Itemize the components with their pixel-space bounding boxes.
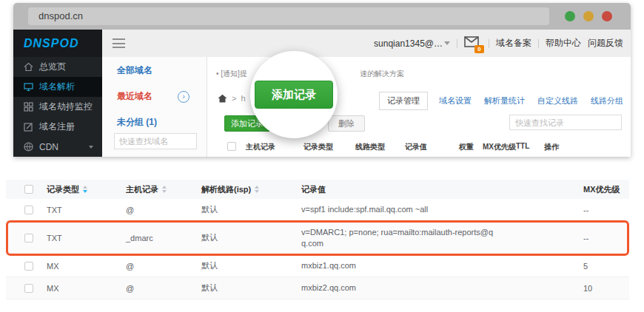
home-icon[interactable] (218, 94, 227, 103)
mail-icon[interactable]: 0 (464, 36, 482, 51)
chevron-down-icon (89, 146, 93, 149)
col-action: 操作 (544, 142, 559, 152)
domain-filter-ungrouped[interactable]: 未分组 (1) (117, 116, 157, 129)
globe-icon (24, 142, 33, 152)
sort-icon[interactable] (255, 186, 259, 193)
notice-text-left: • [通知]提 (216, 69, 247, 79)
col-host: 主机记录 (246, 142, 275, 152)
mail-badge: 0 (474, 45, 484, 53)
header-right: sunqian1345@… 0 域名备案 帮助中心 问题反馈 (374, 30, 623, 57)
user-email: sunqian1345@… (374, 38, 443, 49)
sidebar-item-cdn[interactable]: CDN (13, 137, 102, 157)
sidebar-item-hijack-monitor[interactable]: 域名劫持监控 (13, 97, 102, 117)
notice-text-right: 速的解决方案 (360, 69, 404, 79)
divider (457, 39, 457, 48)
sidebar-item-domain-register[interactable]: 域名注册 (13, 117, 102, 137)
header-mx: MX优先级 (583, 180, 620, 199)
edit-icon (24, 122, 33, 132)
user-menu[interactable]: sunqian1345@… (374, 38, 450, 49)
header-link-beian[interactable]: 域名备案 (496, 37, 531, 50)
logo-block[interactable]: DNSPOD (13, 30, 102, 57)
magnifier-circle: 添加记录 (250, 51, 338, 138)
records-table-header: 记录类型 主机记录 解析线路(isp) 记录值 MX优先级 (6, 180, 629, 199)
tab-bar: 记录管理 域名设置 解析量统计 自定义线路 线路分组 (379, 92, 625, 110)
screenshot-root: dnspod.cn DNSPOD sunqian1345@… (0, 0, 644, 312)
domain-panel: 全部域名 最近域名 › 未分组 (1) (102, 57, 207, 157)
row-checkbox[interactable] (24, 234, 33, 243)
tab-line-groups[interactable]: 线路分组 (589, 92, 625, 109)
grid-icon (24, 102, 33, 112)
delete-button[interactable]: 删除 (328, 115, 365, 132)
sort-icon[interactable] (83, 186, 87, 193)
app-header: DNSPOD sunqian1345@… 0 域名备案 (13, 30, 631, 57)
table-row[interactable]: MX @ 默认 mxbiz2.qq.com 10 (6, 277, 629, 299)
chevron-down-icon (444, 41, 450, 45)
sidebar: 总览页 域名解析 域名劫持监控 (13, 57, 102, 157)
browser-chrome: dnspod.cn (13, 3, 631, 30)
header-link-feedback[interactable]: 问题反馈 (588, 37, 623, 50)
menu-icon[interactable] (113, 38, 125, 48)
traffic-light-red[interactable] (602, 11, 612, 21)
domain-filter-recent[interactable]: 最近域名 (117, 90, 152, 103)
header-link-help[interactable]: 帮助中心 (546, 37, 581, 50)
sidebar-item-dns[interactable]: 域名解析 (13, 77, 102, 97)
domain-filter-all[interactable]: 全部域名 (117, 64, 152, 77)
traffic-light-green[interactable] (565, 11, 575, 21)
select-all-checkbox[interactable] (24, 185, 33, 194)
tab-record-management[interactable]: 记录管理 (379, 92, 428, 110)
circle-arrow-icon[interactable]: › (178, 91, 189, 103)
row-checkbox[interactable] (24, 206, 33, 214)
tab-custom-lines[interactable]: 自定义线路 (536, 92, 580, 109)
dnspod-logo: DNSPOD (13, 37, 78, 50)
sort-icon[interactable] (162, 186, 167, 193)
breadcrumb-domain: h (241, 94, 245, 103)
header-line[interactable]: 解析线路(isp) (201, 180, 259, 199)
header-record-type[interactable]: 记录类型 (47, 180, 87, 199)
tab-domain-settings[interactable]: 域名设置 (437, 92, 473, 109)
col-line: 线路类型 (355, 142, 385, 152)
breadcrumb-separator: > (232, 94, 236, 103)
home-icon (24, 62, 33, 72)
monitor-icon (24, 82, 33, 92)
records-table: 记录类型 主机记录 解析线路(isp) 记录值 MX优先级 TXT @ 默认 v… (6, 180, 629, 299)
divider (489, 39, 489, 48)
tab-resolution-stats[interactable]: 解析量统计 (483, 92, 526, 109)
col-mx: MX优先级 (483, 142, 516, 152)
col-weight: 权重 (459, 142, 474, 152)
row-checkbox[interactable] (24, 262, 33, 271)
col-ttl: TTL (516, 142, 529, 150)
breadcrumb: > h (218, 94, 246, 103)
col-type: 记录类型 (303, 142, 333, 152)
add-record-button-zoomed[interactable]: 添加记录 (255, 81, 333, 109)
header-host[interactable]: 主机记录 (126, 180, 167, 199)
table-row[interactable]: MX @ 默认 mxbiz1.qq.com 5 (6, 255, 629, 277)
table-row[interactable]: TXT @ 默认 v=spf1 include:spf.mail.qq.com … (6, 199, 629, 221)
row-checkbox[interactable] (24, 284, 33, 293)
url-bar[interactable]: dnspod.cn (28, 7, 549, 25)
divider (538, 39, 539, 48)
traffic-light-yellow[interactable] (583, 11, 594, 21)
select-all-checkbox[interactable] (227, 142, 236, 151)
url-text: dnspod.cn (38, 10, 83, 21)
domain-search-input[interactable] (114, 133, 197, 149)
col-value: 记录值 (405, 142, 427, 152)
record-search-input[interactable] (509, 115, 622, 130)
sidebar-item-overview[interactable]: 总览页 (13, 57, 102, 77)
records-mini-header: 主机记录 记录类型 线路类型 记录值 权重 MX优先级 TTL 操作 (207, 138, 631, 156)
table-row-highlighted[interactable]: TXT _dmarc 默认 v=DMARC1; p=none; rua=mail… (6, 221, 629, 255)
header-value: 记录值 (301, 180, 326, 199)
